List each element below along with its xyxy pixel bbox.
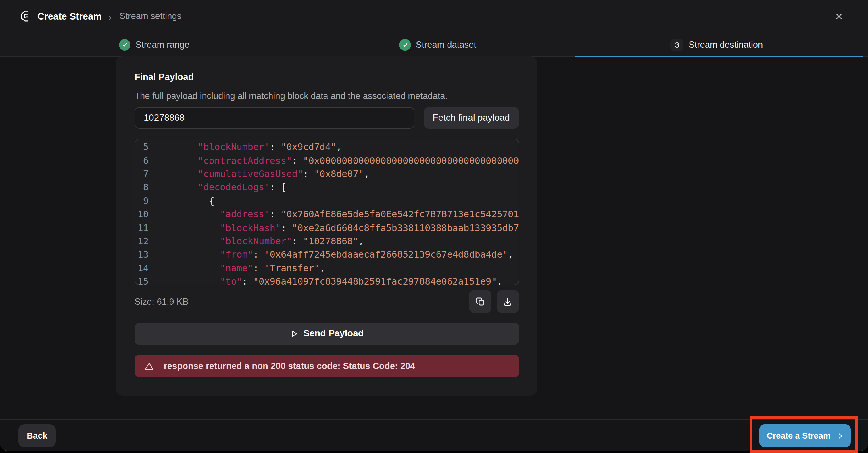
- fetch-row: Fetch final payload: [134, 107, 519, 129]
- code-line: 5 "blockNumber": "0x9cd7d4",: [135, 141, 518, 154]
- code-line: 11 "blockHash": "0xe2a6d6604c8ffa5b33811…: [135, 221, 518, 235]
- code-line: 12 "blockNumber": "10278868",: [135, 235, 518, 248]
- play-icon: [290, 329, 298, 338]
- code-line: 9 {: [135, 194, 518, 208]
- fetch-final-payload-button[interactable]: Fetch final payload: [424, 107, 519, 129]
- step-indicator: Stream range Stream dataset 3 Stream des…: [0, 32, 868, 58]
- page-title: Create Stream: [37, 11, 102, 22]
- step-number-badge: 3: [671, 38, 684, 52]
- create-stream-window: Create Stream › Stream settings Stream r…: [0, 0, 868, 451]
- send-payload-label: Send Payload: [304, 329, 364, 339]
- download-payload-button[interactable]: [496, 290, 519, 313]
- back-button[interactable]: Back: [19, 424, 56, 448]
- step-stream-dataset[interactable]: Stream dataset: [293, 32, 582, 58]
- step-label: Stream dataset: [416, 40, 476, 50]
- check-icon: [119, 39, 130, 51]
- panel-title: Final Payload: [134, 71, 519, 83]
- final-payload-panel: Final Payload The full payload including…: [116, 56, 537, 395]
- payload-code-viewer[interactable]: 5 "blockNumber": "0x9cd7d4",6 "contractA…: [134, 139, 519, 285]
- step-label: Stream range: [135, 40, 189, 50]
- check-icon: [399, 39, 411, 51]
- streams-logo-icon: [20, 10, 32, 23]
- close-button[interactable]: [834, 11, 844, 21]
- breadcrumb-current: Stream settings: [120, 11, 181, 21]
- step-stream-range[interactable]: Stream range: [9, 32, 299, 58]
- copy-payload-button[interactable]: [469, 290, 492, 313]
- screen: Create Stream › Stream settings Stream r…: [0, 0, 868, 453]
- code-line: 7 "cumulativeGasUsed": "0x8de07",: [135, 167, 518, 181]
- active-step-underline: [575, 56, 863, 58]
- footer: Back Create a Stream: [0, 419, 868, 451]
- annotation-highlight-rectangle: [750, 416, 858, 453]
- code-line: 15 "to": "0x96a41097fc839448b2591fac2978…: [135, 275, 518, 285]
- header: Create Stream › Stream settings: [0, 0, 868, 32]
- copy-icon: [475, 297, 485, 306]
- step-label: Stream destination: [689, 40, 763, 50]
- error-banner: response returned a non 200 status code:…: [134, 355, 519, 377]
- code-line: 6 "contractAddress": "0x0000000000000000…: [135, 154, 518, 167]
- breadcrumb-separator-icon: ›: [108, 12, 112, 22]
- code-line: 13 "from": "0x64aff7245ebdaaecaf26685213…: [135, 248, 518, 262]
- download-icon: [503, 297, 512, 306]
- block-number-input[interactable]: [134, 107, 414, 129]
- panel-description: The full payload including all matching …: [134, 90, 519, 102]
- payload-size-label: Size: 61.9 KB: [134, 296, 189, 307]
- code-line: 14 "name": "Transfer",: [135, 262, 518, 275]
- step-stream-destination[interactable]: 3 Stream destination: [572, 32, 861, 58]
- size-row: Size: 61.9 KB: [134, 290, 519, 313]
- send-payload-button[interactable]: Send Payload: [134, 323, 519, 345]
- code-lines: 5 "blockNumber": "0x9cd7d4",6 "contractA…: [135, 141, 518, 285]
- close-icon: [834, 11, 843, 21]
- error-message: response returned a non 200 status code:…: [164, 361, 415, 371]
- warning-icon: [144, 361, 154, 370]
- code-line: 8 "decodedLogs": [: [135, 181, 518, 194]
- code-line: 10 "address": "0x760AfE86e5de5fa0Ee542fc…: [135, 208, 518, 221]
